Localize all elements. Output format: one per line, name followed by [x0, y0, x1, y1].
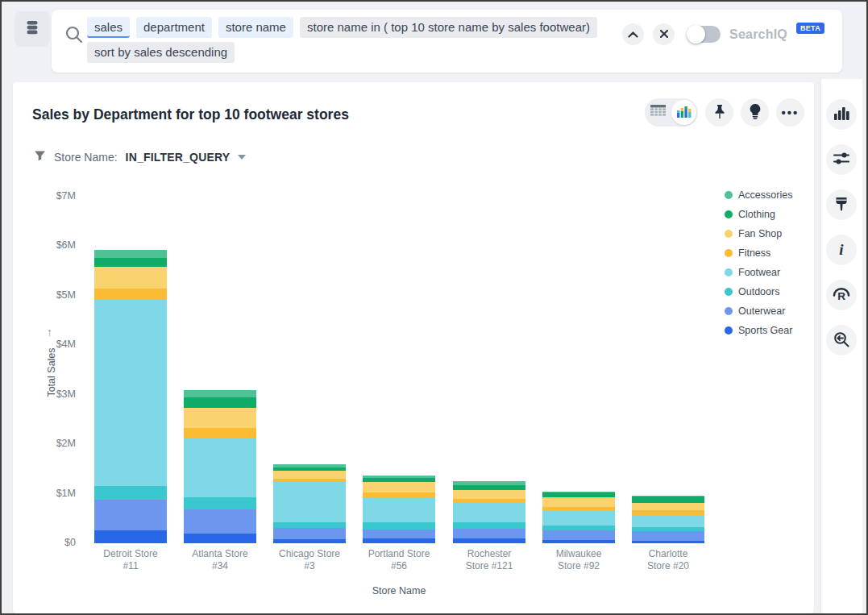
bar-segment[interactable] — [542, 526, 615, 530]
bar-segment[interactable] — [542, 511, 615, 526]
bar-segment[interactable] — [632, 510, 704, 515]
bar-segment[interactable] — [273, 539, 346, 543]
bar-segment[interactable] — [632, 527, 704, 531]
chart-config-button[interactable] — [826, 144, 857, 175]
legend-label: Footwear — [738, 267, 780, 278]
bar-segment[interactable] — [453, 529, 525, 539]
searchiq-toggle[interactable] — [687, 26, 721, 43]
bar-segment[interactable] — [184, 497, 256, 509]
legend-item[interactable]: Sports Gear — [725, 321, 792, 340]
bar-segment[interactable] — [94, 486, 167, 500]
bar-segment[interactable] — [542, 492, 615, 492]
bar-segment[interactable] — [184, 408, 256, 428]
legend-item[interactable]: Accessories — [725, 185, 792, 205]
legend-dot — [725, 268, 733, 276]
bar-segment[interactable] — [94, 258, 167, 268]
bar-segment[interactable] — [453, 499, 525, 504]
search-token[interactable]: store name — [218, 17, 293, 38]
style-brush-button[interactable] — [826, 189, 857, 220]
close-icon — [660, 28, 668, 40]
bar-segment[interactable] — [632, 541, 704, 543]
search-token[interactable]: store name in ( top 10 store name by sal… — [300, 17, 597, 38]
data-source-button[interactable] — [15, 11, 50, 47]
bar-segment[interactable] — [184, 390, 256, 397]
bar-segment[interactable] — [363, 492, 435, 497]
bar-segment[interactable] — [632, 497, 704, 502]
bar-segment[interactable] — [363, 497, 435, 522]
bar-segment[interactable] — [94, 267, 167, 289]
bar-segment[interactable] — [273, 479, 346, 483]
bar-segment[interactable] — [184, 438, 256, 497]
bar-segment[interactable] — [184, 397, 256, 408]
clear-search-button[interactable] — [653, 23, 675, 45]
x-axis-label: Atlanta Store#34 — [176, 548, 264, 572]
bar-segment[interactable] — [453, 503, 525, 522]
bar-segment[interactable] — [273, 522, 346, 528]
bar-segment[interactable] — [94, 299, 167, 486]
bar-segment[interactable] — [363, 538, 435, 543]
legend-item[interactable]: Footwear — [725, 263, 792, 282]
bar-segment[interactable] — [273, 528, 346, 539]
bar-segment[interactable] — [542, 540, 615, 543]
search-token[interactable]: sales — [87, 17, 130, 38]
bar-segment[interactable] — [363, 482, 435, 493]
bar-segment[interactable] — [184, 428, 256, 438]
r-analysis-icon: R — [833, 286, 850, 304]
search-token[interactable]: sort by sales descending — [87, 42, 235, 63]
y-axis-tick: $1M — [34, 488, 76, 499]
bar-segment[interactable] — [632, 531, 704, 541]
legend-item[interactable]: Fan Shop — [725, 224, 792, 243]
bar-segment[interactable] — [363, 530, 435, 539]
bar-segment[interactable] — [542, 530, 615, 540]
legend-item[interactable]: Fitness — [725, 243, 792, 263]
bar-segment[interactable] — [94, 530, 167, 543]
legend-item[interactable]: Outerwear — [725, 301, 792, 321]
search-bar[interactable]: salesdepartmentstore namestore name in (… — [52, 10, 842, 73]
bar-segment[interactable] — [542, 507, 615, 511]
info-icon: i — [839, 241, 843, 259]
bar-segment[interactable] — [542, 492, 615, 497]
legend-dot — [725, 210, 733, 218]
bar-segment[interactable] — [273, 464, 346, 467]
bar-segment[interactable] — [363, 476, 435, 477]
chevron-up-icon — [628, 28, 638, 40]
right-rail: i R — [820, 79, 862, 613]
chart-type-button[interactable] — [826, 99, 857, 130]
bar-segment[interactable] — [273, 467, 346, 471]
bar-segment[interactable] — [632, 515, 704, 527]
svg-text:R: R — [837, 290, 845, 302]
y-axis-tick: $7M — [34, 190, 76, 202]
bar-segment[interactable] — [184, 509, 256, 534]
bar-segment[interactable] — [273, 482, 346, 522]
bar-segment[interactable] — [184, 534, 256, 543]
bar-segment[interactable] — [273, 471, 346, 479]
search-icon — [64, 25, 84, 48]
legend-label: Sports Gear — [738, 325, 792, 336]
bar-segment[interactable] — [363, 478, 435, 482]
legend-item[interactable]: Outdoors — [725, 282, 792, 301]
bar-segment[interactable] — [453, 522, 525, 528]
r-analysis-button[interactable]: R — [826, 280, 857, 310]
y-axis-tick: $0 — [34, 537, 76, 548]
search-token[interactable]: department — [136, 17, 212, 38]
legend-dot — [725, 326, 733, 335]
info-button[interactable]: i — [826, 235, 857, 265]
chart-type-icon — [834, 106, 849, 123]
explore-search-button[interactable] — [826, 325, 857, 355]
bar-segment[interactable] — [94, 500, 167, 530]
bar-segment[interactable] — [453, 538, 525, 543]
bar-segment[interactable] — [632, 496, 704, 497]
bar-segment[interactable] — [632, 503, 704, 511]
bar-segment[interactable] — [453, 490, 525, 499]
bar-segment[interactable] — [453, 481, 525, 484]
bar-segment[interactable] — [542, 497, 615, 507]
legend-label: Accessories — [738, 189, 792, 201]
legend-item[interactable]: Clothing — [725, 205, 792, 224]
bar-segment[interactable] — [94, 289, 167, 299]
toggle-knob — [687, 25, 705, 44]
bar-segment[interactable] — [363, 522, 435, 530]
bar-segment[interactable] — [453, 485, 525, 490]
bar-segment[interactable] — [94, 250, 167, 257]
search-query[interactable]: salesdepartmentstore namestore name in (… — [87, 17, 597, 63]
collapse-search-button[interactable] — [622, 23, 644, 45]
